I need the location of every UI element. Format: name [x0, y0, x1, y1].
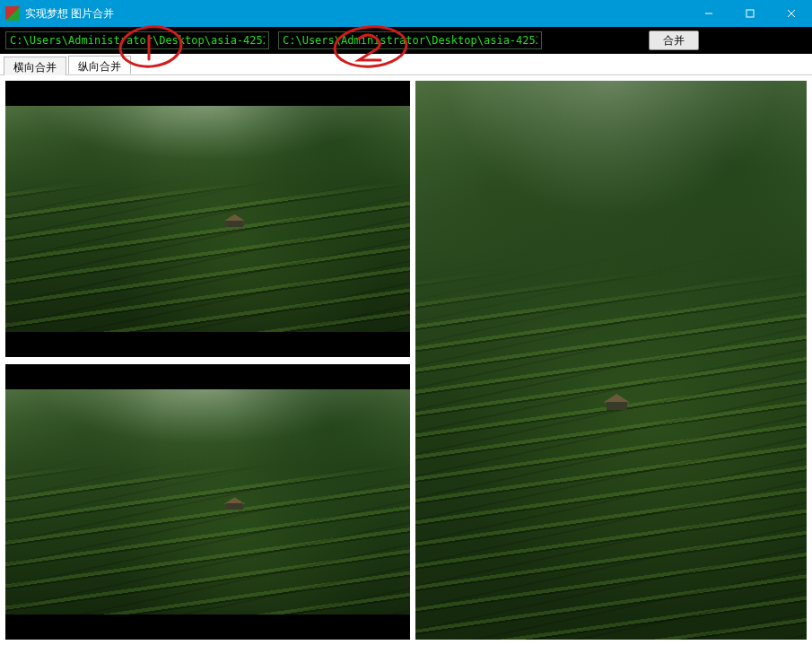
window-title: 实现梦想 图片合并 [25, 6, 114, 22]
window-buttons [688, 0, 812, 27]
maximize-icon [746, 9, 755, 18]
preview-panel-right [415, 81, 807, 640]
minimize-button[interactable] [688, 0, 729, 27]
minimize-icon [704, 9, 713, 18]
image-preview [415, 81, 807, 640]
tab-horizontal-merge[interactable]: 横向合并 [4, 57, 66, 75]
close-icon [787, 9, 796, 18]
preview-panel-top-left [5, 81, 410, 357]
svg-rect-1 [747, 10, 754, 17]
path-input-2[interactable] [278, 31, 542, 49]
path-input-1[interactable] [5, 31, 269, 49]
maximize-button[interactable] [729, 0, 771, 27]
image-preview [5, 106, 410, 332]
right-column [415, 81, 807, 640]
merge-button[interactable]: 合并 [649, 31, 699, 50]
app-icon [5, 6, 20, 21]
image-preview [5, 389, 410, 615]
content-area [0, 75, 812, 645]
tab-bar: 横向合并 纵向合并 [0, 54, 812, 75]
titlebar: 实现梦想 图片合并 [0, 0, 812, 27]
tab-vertical-merge[interactable]: 纵向合并 [68, 56, 131, 74]
path-bar: 合并 [0, 27, 812, 54]
preview-panel-bottom-left [5, 364, 410, 641]
left-column [5, 81, 410, 640]
close-button[interactable] [771, 0, 812, 27]
